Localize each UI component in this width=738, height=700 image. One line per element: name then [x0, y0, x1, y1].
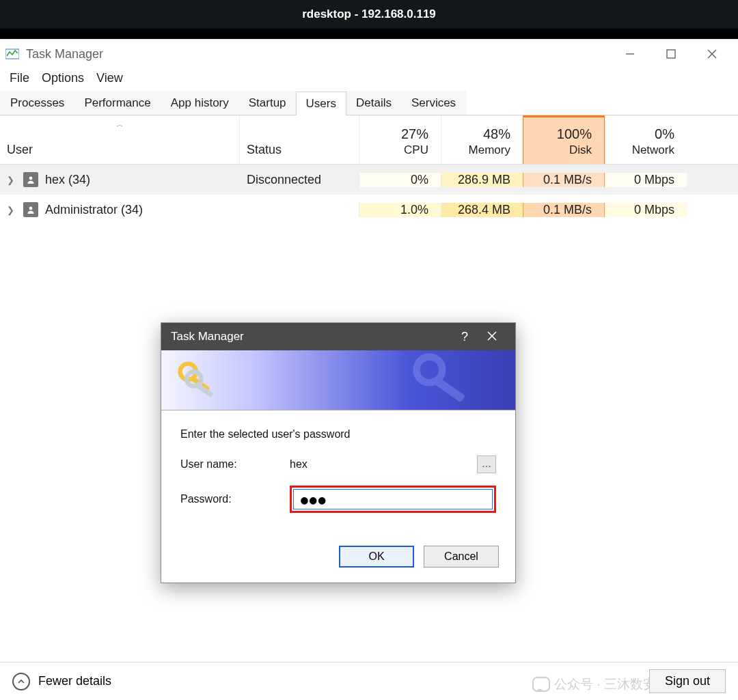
password-highlight — [290, 486, 496, 513]
cell-network: 0 Mbps — [605, 173, 687, 187]
ok-button[interactable]: OK — [339, 546, 414, 568]
user-name: hex (34) — [45, 173, 90, 187]
dialog-buttons: OK Cancel — [161, 539, 515, 583]
dialog-prompt: Enter the selected user's password — [180, 428, 496, 440]
password-dialog: Task Manager ? Enter the selected user's… — [161, 322, 516, 583]
user-status: Disconnected — [239, 173, 359, 187]
rdesktop-title: rdesktop - 192.168.0.119 — [302, 8, 436, 21]
cancel-button[interactable]: Cancel — [424, 546, 499, 568]
minimize-button[interactable] — [610, 41, 651, 67]
col-cpu-header[interactable]: 27% CPU — [359, 115, 441, 164]
fewer-details-button[interactable]: Fewer details — [12, 673, 111, 690]
chevron-right-icon[interactable]: ❯ — [7, 175, 16, 185]
svg-point-5 — [29, 177, 33, 180]
chevron-up-icon — [12, 673, 30, 690]
chevron-right-icon[interactable]: ❯ — [7, 205, 16, 215]
col-disk-header[interactable]: 100% Disk — [523, 115, 605, 164]
tab-app-history[interactable]: App history — [161, 91, 239, 115]
svg-rect-2 — [667, 50, 675, 58]
cell-cpu: 1.0% — [359, 203, 441, 217]
window-titlebar[interactable]: Task Manager — [0, 40, 738, 68]
dialog-body: Enter the selected user's password User … — [161, 410, 515, 539]
sign-out-button[interactable]: Sign out — [649, 669, 726, 693]
svg-point-6 — [29, 207, 33, 210]
col-memory-header[interactable]: 48% Memory — [441, 115, 523, 164]
menu-file[interactable]: File — [10, 71, 29, 85]
dialog-title: Task Manager — [171, 330, 244, 344]
table-header: ︿ User Status 27% CPU 48% Memory 100% Di… — [0, 115, 738, 165]
user-name: Administrator (34) — [45, 203, 143, 217]
password-input[interactable] — [293, 489, 493, 509]
tabstrip: Processes Performance App history Startu… — [0, 91, 738, 115]
dialog-banner — [161, 350, 515, 410]
password-label: Password: — [180, 493, 290, 505]
tab-services[interactable]: Services — [401, 91, 466, 115]
username-value: hex — [290, 458, 470, 471]
col-status-header[interactable]: Status — [239, 115, 359, 164]
tab-startup[interactable]: Startup — [238, 91, 297, 115]
cell-disk: 0.1 MB/s — [523, 203, 605, 217]
users-table: ︿ User Status 27% CPU 48% Memory 100% Di… — [0, 115, 738, 225]
rdesktop-titlebar: rdesktop - 192.168.0.119 — [0, 0, 738, 29]
menu-view[interactable]: View — [96, 71, 123, 85]
close-button[interactable] — [692, 41, 733, 67]
table-row[interactable]: ❯ hex (34) Disconnected 0% 286.9 MB 0.1 … — [0, 165, 738, 195]
sort-indicator-icon: ︿ — [0, 120, 239, 130]
dialog-help-button[interactable]: ? — [451, 330, 478, 344]
keys-faded-icon — [399, 350, 488, 410]
username-browse-button[interactable]: ... — [477, 456, 496, 473]
svg-rect-14 — [432, 376, 465, 402]
task-manager-icon — [5, 48, 19, 60]
footer: Fewer details Sign out — [0, 662, 738, 700]
keys-icon — [174, 357, 220, 404]
task-manager-window: Task Manager File Options View Processes… — [0, 39, 738, 700]
col-network-header[interactable]: 0% Network — [605, 115, 687, 164]
cell-disk: 0.1 MB/s — [523, 173, 605, 187]
cell-memory: 268.4 MB — [441, 203, 523, 217]
col-user-header[interactable]: ︿ User — [0, 115, 239, 164]
tab-details[interactable]: Details — [346, 91, 402, 115]
outer-border — [0, 29, 738, 39]
dialog-close-button[interactable] — [478, 330, 506, 344]
cell-cpu: 0% — [359, 173, 441, 187]
menu-options[interactable]: Options — [42, 71, 84, 85]
window-title: Task Manager — [26, 47, 103, 61]
tab-users[interactable]: Users — [296, 92, 346, 115]
tab-processes[interactable]: Processes — [0, 91, 74, 115]
user-icon — [23, 202, 38, 217]
user-icon — [23, 172, 38, 187]
dialog-titlebar[interactable]: Task Manager ? — [161, 323, 515, 350]
tab-performance[interactable]: Performance — [74, 91, 161, 115]
cell-memory: 286.9 MB — [441, 173, 523, 187]
cell-network: 0 Mbps — [605, 203, 687, 217]
maximize-button[interactable] — [651, 41, 692, 67]
menubar: File Options View — [0, 68, 738, 91]
username-label: User name: — [180, 458, 290, 471]
table-row[interactable]: ❯ Administrator (34) 1.0% 268.4 MB 0.1 M… — [0, 195, 738, 225]
